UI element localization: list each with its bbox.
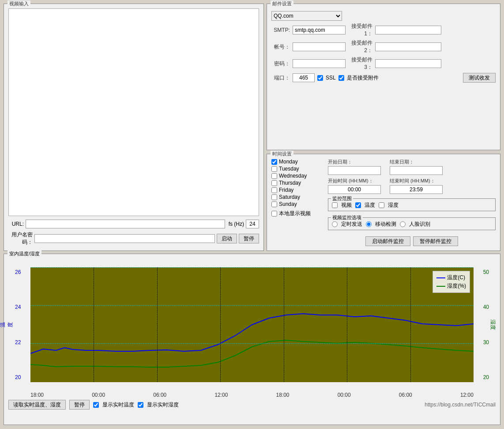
legend-hum-line [436, 286, 445, 287]
account-input[interactable] [293, 42, 346, 51]
fs-input[interactable] [246, 220, 259, 228]
hum-line [30, 340, 474, 367]
wednesday-checkbox[interactable] [271, 173, 277, 179]
top-row: 视频输入 URL: fs (Hz) 用户名密码： 启动 暂停 [4, 4, 500, 251]
video-range-label: 视频 [341, 201, 352, 209]
email-grid: QQ.com Gmail.com 163.com SMTP: 接受邮件1： [271, 11, 496, 83]
port-ssl-row: 端口： SSL 是否接受附件 测试收发 [271, 73, 496, 83]
video-monitor-options: 视频监控选项 定时发送 移动检测 人脸识别 [328, 217, 496, 230]
port-label: 端口： [271, 74, 290, 82]
chart-bottom-right: https://blog.csdn.net/TICCmail [425, 402, 496, 408]
face-detect-label: 人脸识别 [409, 220, 430, 228]
end-time-group: 结束时间 (HH:MM)： [390, 178, 443, 194]
pause-button[interactable]: 暂停 [239, 234, 259, 243]
monitor-range-title: 监控范围 [331, 195, 353, 202]
hum-range-checkbox[interactable] [379, 202, 384, 208]
read-temp-button[interactable]: 读取实时温度、湿度 [8, 400, 66, 410]
auth-label: 用户名密码： [8, 231, 33, 246]
email-provider-select[interactable]: QQ.com Gmail.com 163.com [271, 11, 342, 21]
video-controls: URL: fs (Hz) 用户名密码： 启动 暂停 [8, 220, 259, 246]
day-monday: Monday [271, 159, 324, 165]
show-hum-checkbox[interactable] [138, 402, 143, 408]
y-left-22: 22 [15, 339, 21, 345]
video-monitor-title: 视频监控选项 [331, 214, 363, 221]
thursday-checkbox[interactable] [271, 180, 277, 186]
show-hum-label: 显示实时湿度 [147, 401, 179, 409]
url-label: URL: [8, 221, 24, 227]
tuesday-label: Tuesday [279, 166, 299, 172]
grid-v-3 [220, 267, 221, 382]
recv2-input[interactable] [375, 42, 441, 51]
x-label-2: 06:00 [153, 392, 166, 398]
monitor-range-row: 视频 温度 湿度 [332, 201, 492, 209]
end-date-input[interactable] [390, 166, 443, 175]
legend-temp-label: 温度(C) [447, 274, 465, 281]
days-col: Monday Tuesday Wednesday Thursday [271, 159, 324, 246]
port-input[interactable] [293, 73, 315, 82]
end-date-group: 结束日期： [390, 159, 443, 175]
local-display-checkbox[interactable] [271, 211, 277, 216]
legend-temp-line [436, 277, 445, 278]
show-temp-checkbox[interactable] [93, 402, 99, 408]
chart-pause-button[interactable]: 暂停 [69, 400, 90, 410]
video-range-checkbox[interactable] [332, 202, 338, 208]
end-time-label: 结束时间 (HH:MM)： [390, 178, 443, 184]
y-axis-right: 50 40 30 20 [483, 267, 489, 382]
start-date-input[interactable] [328, 166, 381, 175]
start-time-group: 开始时间 (HH:MM)： [328, 178, 381, 194]
friday-checkbox[interactable] [271, 187, 277, 193]
start-time-input[interactable] [328, 185, 381, 194]
pwd-row: 密码： 接受邮件3： [271, 56, 496, 71]
video-panel: 视频输入 URL: fs (Hz) 用户名密码： 启动 暂停 [4, 4, 264, 251]
timer-send-label: 定时发送 [341, 220, 362, 228]
wednesday-label: Wednesday [279, 173, 307, 179]
time-panel-title: 时间设置 [271, 151, 293, 157]
day-saturday: Saturday [271, 194, 324, 200]
account-row: 帐号： 接受邮件2： [271, 39, 496, 54]
recv1-input[interactable] [375, 26, 441, 34]
main-container: 视频输入 URL: fs (Hz) 用户名密码： 启动 暂停 [4, 4, 500, 425]
smtp-input[interactable] [293, 26, 346, 34]
saturday-label: Saturday [279, 194, 300, 200]
saturday-checkbox[interactable] [271, 194, 277, 200]
video-area [8, 8, 259, 216]
x-label-5: 00:00 [338, 392, 351, 398]
start-button[interactable]: 启动 [217, 234, 237, 243]
grid-v-2 [157, 267, 158, 382]
attach-checkbox[interactable] [339, 75, 344, 81]
url-input[interactable] [26, 220, 225, 228]
sunday-checkbox[interactable] [271, 201, 277, 207]
recv3-input[interactable] [375, 59, 441, 68]
start-date-label: 开始日期： [328, 159, 381, 165]
fs-label: fs (Hz) [229, 221, 244, 227]
face-detect-radio[interactable] [400, 221, 406, 227]
day-wednesday: Wednesday [271, 173, 324, 179]
provider-row: QQ.com Gmail.com 163.com [271, 11, 496, 21]
ssl-checkbox[interactable] [317, 75, 323, 81]
start-monitor-button[interactable]: 启动邮件监控 [365, 236, 410, 246]
x-label-7: 12:00 [460, 392, 474, 398]
legend-temp-item: 温度(C) [436, 274, 466, 281]
end-date-label: 结束日期： [390, 159, 443, 165]
pwd-input[interactable] [293, 59, 346, 68]
chart-wrapper: 26 24 22 20 温度 50 40 30 20 湿度 [30, 267, 474, 382]
smtp-label: SMTP: [271, 27, 290, 33]
y-left-20: 20 [15, 374, 21, 380]
auth-input[interactable] [34, 234, 215, 243]
motion-detect-radio[interactable] [366, 221, 372, 227]
y-left-24: 24 [15, 304, 21, 310]
thursday-label: Thursday [279, 180, 301, 186]
chart-bottom-left: 读取实时温度、湿度 暂停 显示实时温度 显示实时湿度 [8, 400, 179, 410]
recv3-label: 接受邮件3： [348, 56, 372, 71]
monday-label: Monday [279, 159, 298, 165]
end-time-input[interactable] [390, 185, 443, 194]
email-panel-title: 邮件设置 [271, 0, 293, 7]
test-button[interactable]: 测试收发 [463, 73, 496, 83]
y-left-26: 26 [15, 269, 21, 275]
settings-col: 开始日期： 结束日期： 开始时间 (HH:MM)： [328, 159, 496, 246]
temp-range-checkbox[interactable] [355, 202, 361, 208]
monday-checkbox[interactable] [271, 159, 277, 165]
stop-monitor-button[interactable]: 暂停邮件监控 [413, 236, 458, 246]
tuesday-checkbox[interactable] [271, 166, 277, 172]
timer-send-radio[interactable] [332, 221, 338, 227]
